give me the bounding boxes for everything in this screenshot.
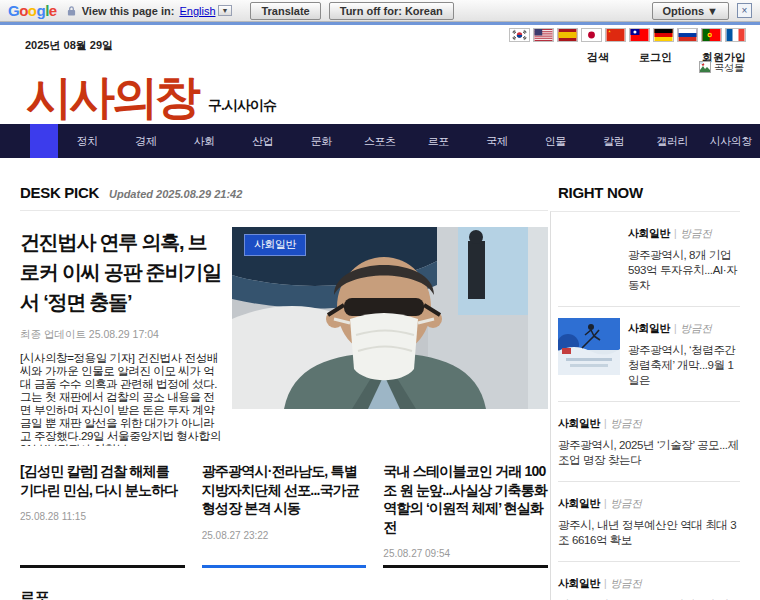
site-logo[interactable]: 시사의창 bbox=[26, 76, 198, 120]
flag-de-icon[interactable] bbox=[653, 28, 674, 42]
article-title[interactable]: [김성민 칼럼] 검찰 해체를 기다린 민심, 다시 분노하다 bbox=[20, 462, 185, 499]
flag-cn-icon[interactable] bbox=[605, 28, 626, 42]
nav-item-9[interactable]: 칼럼 bbox=[585, 124, 644, 158]
sidebar-item-category: 사회일반|방금전 bbox=[628, 223, 740, 241]
flag-fr-icon[interactable] bbox=[725, 28, 746, 42]
ad-alt-text: 곡성몰 bbox=[714, 61, 744, 75]
nav-item-6[interactable]: 르포 bbox=[409, 124, 468, 158]
options-button[interactable]: Options ▼ bbox=[652, 2, 730, 20]
sidebar-list-item[interactable]: 사회일반|방금전광주광역시, 8개 기업 593억 투자유치...AI·자동차 bbox=[558, 212, 740, 307]
sidebar-list-item[interactable]: 사회일반|방금전광주광역시, 2025년 ‘기술장’ 공모...제조업 명장 찾… bbox=[558, 402, 740, 482]
featured-body: [시사의창=정용일 기자] 건진법사 전성배 씨와 가까운 인물로 알려진 이모… bbox=[20, 352, 224, 446]
flag-es-icon[interactable] bbox=[557, 28, 578, 42]
nav-item-11[interactable]: 시사의창 bbox=[702, 124, 760, 158]
right-now-header: RIGHT NOW bbox=[550, 184, 740, 211]
sidebar-list-item[interactable]: 사회일반|방금전광주광역시, ‘청렴주간 청렴축제’ 개막...9월 1일은 bbox=[558, 307, 740, 402]
flag-pt-icon[interactable] bbox=[701, 28, 722, 42]
sidebar-item-title[interactable]: 광주광역시, 8개 기업 593억 투자유치...AI·자동차 bbox=[628, 248, 740, 293]
bottom-row: [김성민 칼럼] 검찰 해체를 기다린 민심, 다시 분노하다 25.08.28… bbox=[20, 462, 548, 568]
site-logo-subtitle: 구.시사이슈 bbox=[208, 97, 276, 120]
sidebar-item-thumbnail[interactable] bbox=[558, 223, 620, 280]
content-area: DESK PICK Updated 2025.08.29 21:42 건진법사 … bbox=[0, 158, 760, 600]
sidebar-list: 사회일반|방금전광주광역시, 8개 기업 593억 투자유치...AI·자동차사… bbox=[550, 211, 740, 600]
site-header: 2025년 08월 29일 검색로그인회원가입 시사의창 구.시사이슈 곡성몰 bbox=[0, 25, 760, 124]
sidebar-list-item[interactable]: 사회일반|방금전광주시, 내년 정부예산안 역대 최대 3조 6616억 확보 bbox=[558, 482, 740, 562]
article-card[interactable]: 국내 스테이블코인 거래 100조 원 눈앞...사실상 기축통화 역할의 ‘이… bbox=[383, 462, 548, 568]
utility-link[interactable]: 검색 bbox=[587, 51, 609, 63]
flag-kr-icon[interactable] bbox=[509, 28, 530, 42]
sidebar-item-category: 사회일반|방금전 bbox=[628, 318, 740, 336]
sidebar-item-title[interactable]: 광주광역시, 2025년 ‘기술장’ 공모...제조업 명장 찾는다 bbox=[558, 438, 740, 468]
turn-off-button[interactable]: Turn off for: Korean bbox=[329, 2, 454, 20]
sidebar-item-category: 사회일반|방금전 bbox=[558, 413, 740, 431]
nav-item-10[interactable]: 갤러리 bbox=[643, 124, 702, 158]
main-column: DESK PICK Updated 2025.08.29 21:42 건진법사 … bbox=[20, 158, 548, 600]
utility-link[interactable]: 로그인 bbox=[639, 51, 672, 63]
featured-updated: 최종 업데이트 25.08.29 17:04 bbox=[20, 328, 224, 342]
nav-item-0[interactable]: 정치 bbox=[58, 124, 117, 158]
desk-pick-title: DESK PICK bbox=[20, 184, 99, 201]
article-underline bbox=[383, 565, 548, 568]
language-link[interactable]: English bbox=[179, 5, 215, 17]
translate-button[interactable]: Translate bbox=[250, 2, 320, 20]
featured-photo[interactable]: 사회일반 bbox=[232, 227, 548, 409]
sidebar-item-title[interactable]: 광주시, 내년 정부예산안 역대 최대 3조 6616억 확보 bbox=[558, 518, 740, 548]
flag-us-icon[interactable] bbox=[533, 28, 554, 42]
desk-pick-updated: Updated 2025.08.29 21:42 bbox=[109, 188, 242, 200]
featured-headline[interactable]: 건진법사 연루 의혹, 브로커 이씨 공판 준비기일서 ‘정면 충돌’ bbox=[20, 227, 224, 317]
article-date: 25.08.27 09:54 bbox=[383, 548, 548, 559]
sidebar-list-item[interactable]: 사회일반|방금전대전~남해선 철도 건설 위해 7개 시군 나섰다 bbox=[558, 562, 740, 600]
article-date: 25.08.27 23:22 bbox=[202, 530, 367, 541]
sidebar-item-category: 사회일반|방금전 bbox=[558, 573, 740, 591]
flag-ru-icon[interactable] bbox=[677, 28, 698, 42]
desk-pick-header: DESK PICK Updated 2025.08.29 21:42 bbox=[20, 184, 548, 211]
broken-image-icon bbox=[699, 61, 711, 75]
nav-item-8[interactable]: 인물 bbox=[526, 124, 585, 158]
category-badge[interactable]: 사회일반 bbox=[244, 234, 306, 256]
sidebar-item-thumbnail[interactable] bbox=[558, 318, 620, 375]
reportage-section-header: 르포 bbox=[20, 588, 548, 600]
nav-item-1[interactable]: 경제 bbox=[117, 124, 176, 158]
close-translate-bar-button[interactable]: × bbox=[737, 3, 752, 18]
article-underline bbox=[202, 565, 367, 568]
lock-icon bbox=[67, 5, 76, 17]
google-logo: Google bbox=[8, 2, 57, 19]
google-translate-bar: Google View this page in: English ▼ Tran… bbox=[0, 0, 760, 22]
main-nav: 정치경제사회산업문화스포츠르포국제인물칼럼갤러리시사의창 bbox=[0, 124, 760, 158]
logo-wrap: 시사의창 구.시사이슈 bbox=[26, 76, 276, 120]
flag-jp-icon[interactable] bbox=[581, 28, 602, 42]
article-card[interactable]: [김성민 칼럼] 검찰 해체를 기다린 민심, 다시 분노하다 25.08.28… bbox=[20, 462, 185, 568]
nav-item-3[interactable]: 산업 bbox=[234, 124, 293, 158]
flag-row bbox=[509, 28, 746, 42]
sidebar-item-category: 사회일반|방금전 bbox=[558, 493, 740, 511]
reportage-title[interactable]: 르포 bbox=[20, 588, 49, 600]
nav-menu: 정치경제사회산업문화스포츠르포국제인물칼럼갤러리시사의창 bbox=[58, 124, 760, 158]
nav-home-square[interactable] bbox=[30, 124, 58, 158]
nav-item-4[interactable]: 문화 bbox=[292, 124, 351, 158]
ad-banner[interactable]: 곡성몰 bbox=[699, 61, 744, 75]
sidebar: RIGHT NOW 사회일반|방금전광주광역시, 8개 기업 593억 투자유치… bbox=[550, 158, 740, 600]
article-title[interactable]: 광주광역시·전라남도, 특별지방자치단체 선포...국가균형성장 본격 시동 bbox=[202, 462, 367, 518]
right-now-title: RIGHT NOW bbox=[558, 184, 643, 201]
article-card[interactable]: 광주광역시·전라남도, 특별지방자치단체 선포...국가균형성장 본격 시동 2… bbox=[202, 462, 367, 568]
language-dropdown-icon[interactable]: ▼ bbox=[218, 5, 233, 16]
featured-article: 건진법사 연루 의혹, 브로커 이씨 공판 준비기일서 ‘정면 충돌’ 최종 업… bbox=[20, 227, 548, 446]
sidebar-item-title[interactable]: 광주광역시, ‘청렴주간 청렴축제’ 개막...9월 1일은 bbox=[628, 343, 740, 388]
article-underline bbox=[20, 565, 185, 568]
flag-tw-icon[interactable] bbox=[629, 28, 650, 42]
nav-item-2[interactable]: 사회 bbox=[175, 124, 234, 158]
nav-item-5[interactable]: 스포츠 bbox=[351, 124, 410, 158]
article-title[interactable]: 국내 스테이블코인 거래 100조 원 눈앞...사실상 기축통화 역할의 ‘이… bbox=[383, 462, 548, 536]
current-date: 2025년 08월 29일 bbox=[25, 38, 113, 53]
featured-article-text: 건진법사 연루 의혹, 브로커 이씨 공판 준비기일서 ‘정면 충돌’ 최종 업… bbox=[20, 227, 224, 446]
article-date: 25.08.28 11:15 bbox=[20, 511, 185, 522]
view-page-label: View this page in: bbox=[82, 5, 175, 17]
page: { "translate_bar": { "brand": "Google", … bbox=[0, 0, 760, 600]
nav-item-7[interactable]: 국제 bbox=[468, 124, 527, 158]
